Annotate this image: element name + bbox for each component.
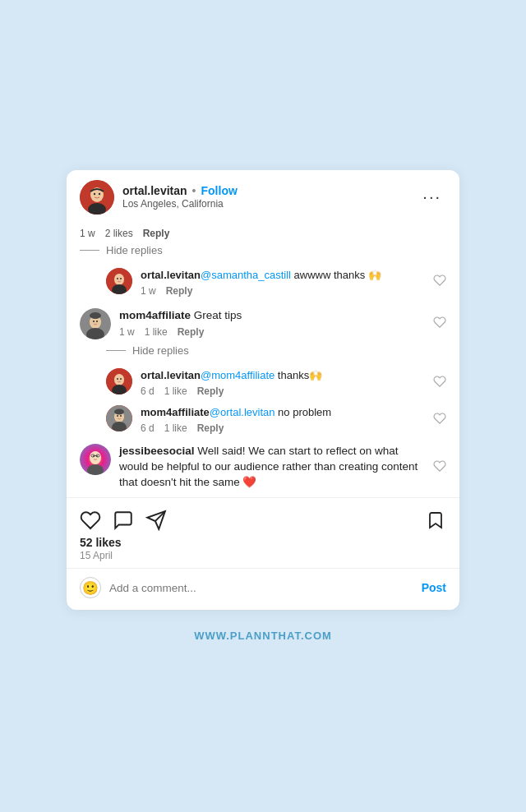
reply1-body: awwww thanks 🙌 bbox=[291, 269, 381, 281]
reply3-time: 6 d bbox=[141, 422, 155, 434]
main-comment-3: jessibeesocial Well said! We can start t… bbox=[67, 437, 459, 494]
header-username[interactable]: ortal.levitan bbox=[122, 184, 187, 197]
svg-point-29 bbox=[117, 415, 118, 417]
svg-point-11 bbox=[120, 278, 122, 279]
likes-count[interactable]: 52 likes bbox=[80, 536, 446, 549]
emoji-button[interactable]: 🙂 bbox=[80, 577, 101, 598]
comment2-likes[interactable]: 1 like bbox=[145, 326, 168, 338]
instagram-post-card: ortal.levitan • Follow Los Angeles, Cali… bbox=[67, 170, 459, 610]
reply1-reply-button[interactable]: Reply bbox=[166, 285, 193, 297]
svg-point-16 bbox=[93, 321, 95, 322]
reply1-like-button[interactable] bbox=[433, 274, 446, 290]
header-avatar[interactable] bbox=[80, 180, 114, 215]
svg-point-23 bbox=[117, 378, 118, 380]
like-button[interactable] bbox=[80, 510, 101, 531]
svg-point-10 bbox=[117, 278, 118, 279]
svg-point-18 bbox=[90, 312, 101, 319]
header-location: Los Angeles, California bbox=[122, 198, 418, 210]
top-reply-button[interactable]: Reply bbox=[143, 228, 170, 239]
reply3-body: no problem bbox=[275, 406, 332, 418]
reply3-avatar[interactable] bbox=[106, 405, 132, 431]
comment2-username[interactable]: mom4affiliate bbox=[119, 309, 191, 321]
comment2-meta: 1 w 1 like Reply bbox=[119, 326, 425, 338]
reply3-username[interactable]: mom4affiliate bbox=[141, 406, 210, 418]
reply2-meta: 6 d 1 like Reply bbox=[141, 385, 425, 397]
post-header: ortal.levitan • Follow Los Angeles, Cali… bbox=[67, 170, 459, 223]
comment3-like-button[interactable] bbox=[433, 459, 446, 476]
hide-replies-2[interactable]: Hide replies bbox=[67, 343, 459, 363]
reply2-mention[interactable]: @mom4affiliate bbox=[201, 369, 275, 381]
comment2-text: mom4affiliate Great tips bbox=[119, 308, 425, 324]
svg-point-17 bbox=[96, 321, 98, 322]
reply-comment-3: mom4affiliate@ortal.levitan no problem 6… bbox=[67, 400, 459, 437]
hide-replies-label-1[interactable]: Hide replies bbox=[106, 244, 163, 256]
reply2-body: thanks🙌 bbox=[275, 369, 322, 381]
reply-comment-1: ortal.levitan@samantha_castill awwww tha… bbox=[67, 263, 459, 300]
reply3-like-button[interactable] bbox=[433, 412, 446, 428]
reply3-text: mom4affiliate@ortal.levitan no problem bbox=[141, 405, 425, 420]
comment3-content: jessibeesocial Well said! We can start t… bbox=[119, 444, 425, 491]
hide-replies-line bbox=[80, 250, 99, 251]
reply-comment-2: ortal.levitan@mom4affiliate thanks🙌 6 d … bbox=[67, 363, 459, 400]
header-info: ortal.levitan • Follow Los Angeles, Cali… bbox=[122, 184, 418, 210]
comment-button[interactable] bbox=[113, 510, 134, 531]
post-comment-button[interactable]: Post bbox=[422, 581, 446, 594]
actions-bar bbox=[67, 501, 459, 534]
reply1-avatar[interactable] bbox=[106, 268, 132, 294]
comment2-time: 1 w bbox=[119, 326, 135, 338]
reply2-text: ortal.levitan@mom4affiliate thanks🙌 bbox=[141, 368, 425, 383]
comment-input[interactable] bbox=[109, 582, 413, 594]
comment2-like-button[interactable] bbox=[433, 316, 446, 332]
svg-point-24 bbox=[120, 378, 122, 380]
divider bbox=[67, 497, 459, 498]
reply2-likes[interactable]: 1 like bbox=[164, 385, 187, 397]
reply1-time: 1 w bbox=[141, 285, 156, 297]
comment3-text: jessibeesocial Well said! We can start t… bbox=[119, 444, 425, 491]
comment2-body: Great tips bbox=[191, 309, 242, 321]
main-comment-2: mom4affiliate Great tips 1 w 1 like Repl… bbox=[67, 300, 459, 343]
likes-section: 52 likes 15 April bbox=[67, 534, 459, 563]
reply1-content: ortal.levitan@samantha_castill awwww tha… bbox=[141, 268, 425, 297]
footer-url: WWW.PLANNTHAT.COM bbox=[194, 630, 332, 642]
reply1-mention[interactable]: @samantha_castill bbox=[201, 269, 291, 281]
comment2-avatar[interactable] bbox=[80, 308, 111, 339]
comment3-avatar[interactable] bbox=[80, 444, 111, 475]
add-comment-row: 🙂 Post bbox=[67, 568, 459, 610]
reply2-time: 6 d bbox=[141, 385, 155, 397]
top-reply-time: 1 w bbox=[80, 228, 95, 239]
follow-button[interactable]: Follow bbox=[201, 184, 238, 197]
reply3-mention[interactable]: @ortal.levitan bbox=[210, 406, 275, 418]
comment3-username[interactable]: jessibeesocial bbox=[119, 445, 195, 457]
bookmark-button[interactable] bbox=[425, 510, 446, 531]
svg-point-31 bbox=[114, 409, 124, 415]
reply1-text: ortal.levitan@samantha_castill awwww tha… bbox=[141, 268, 425, 283]
top-reply-meta: 1 w 2 likes Reply bbox=[67, 223, 459, 242]
reply2-content: ortal.levitan@mom4affiliate thanks🙌 6 d … bbox=[141, 368, 425, 397]
more-options-button[interactable]: ··· bbox=[418, 184, 446, 210]
reply3-likes[interactable]: 1 like bbox=[164, 422, 187, 434]
hide-replies-line-2 bbox=[106, 350, 126, 352]
reply2-like-button[interactable] bbox=[433, 375, 446, 391]
reply1-username[interactable]: ortal.levitan bbox=[141, 269, 201, 281]
svg-point-4 bbox=[94, 193, 95, 195]
reply1-meta: 1 w Reply bbox=[141, 285, 425, 297]
reply3-content: mom4affiliate@ortal.levitan no problem 6… bbox=[141, 405, 425, 434]
svg-point-30 bbox=[120, 415, 122, 417]
header-dot: • bbox=[192, 184, 196, 197]
reply2-reply-button[interactable]: Reply bbox=[197, 385, 224, 397]
comment2-content: mom4affiliate Great tips 1 w 1 like Repl… bbox=[119, 308, 425, 338]
reply3-reply-button[interactable]: Reply bbox=[197, 422, 224, 434]
post-date: 15 April bbox=[80, 550, 446, 561]
hide-replies-1[interactable]: Hide replies bbox=[67, 242, 459, 263]
top-reply-likes[interactable]: 2 likes bbox=[105, 228, 133, 239]
comment2-reply-button[interactable]: Reply bbox=[178, 326, 205, 338]
reply3-meta: 6 d 1 like Reply bbox=[141, 422, 425, 434]
reply2-username[interactable]: ortal.levitan bbox=[141, 369, 201, 381]
comments-area: 1 w 2 likes Reply Hide replies bbox=[67, 223, 459, 494]
share-button[interactable] bbox=[145, 510, 167, 531]
hide-replies-label-2[interactable]: Hide replies bbox=[132, 344, 189, 357]
reply2-avatar[interactable] bbox=[106, 368, 132, 394]
svg-point-5 bbox=[99, 193, 100, 195]
